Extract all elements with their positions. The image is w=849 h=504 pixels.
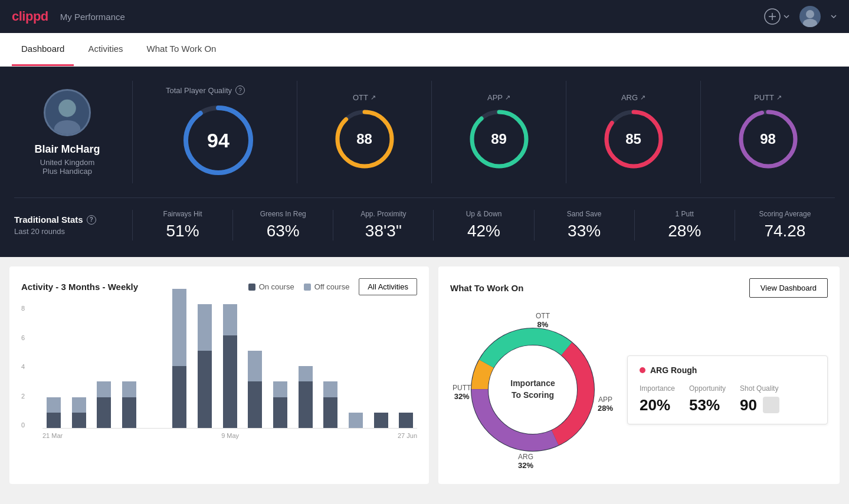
arg-gauge: 85 bbox=[601, 107, 666, 172]
off-course-bar bbox=[122, 381, 136, 397]
arg-col: ARG ↗ 85 bbox=[566, 81, 701, 183]
on-course-dot bbox=[248, 284, 255, 291]
app-gauge: 89 bbox=[467, 107, 532, 172]
view-dashboard-button[interactable]: View Dashboard bbox=[749, 278, 828, 298]
app-value: 89 bbox=[491, 131, 507, 147]
bar-group-9 bbox=[269, 381, 291, 428]
svg-point-4 bbox=[803, 19, 817, 27]
bar-group-5 bbox=[168, 289, 191, 428]
wtwo-title: What To Work On bbox=[450, 283, 523, 293]
on-course-bar bbox=[198, 351, 212, 428]
arg-stat-opportunity: Opportunity 53% bbox=[689, 384, 726, 414]
chart-legend: On course Off course bbox=[248, 282, 350, 291]
total-quality-label: Total Player Quality ? bbox=[149, 85, 245, 95]
donut-label-arg: ARG 32% bbox=[518, 453, 533, 470]
bar-group-8 bbox=[244, 351, 266, 428]
trad-label-col: Traditional Stats ? Last 20 rounds bbox=[14, 215, 132, 236]
trad-label: Traditional Stats ? bbox=[14, 215, 132, 225]
bar-group-1 bbox=[68, 397, 90, 429]
arg-stat-importance: Importance 20% bbox=[640, 384, 675, 414]
ott-value: 88 bbox=[356, 131, 372, 147]
player-country: United Kingdom bbox=[40, 158, 95, 167]
off-course-bar bbox=[97, 381, 111, 397]
activity-chart-card: Activity - 3 Months - Weekly On course O… bbox=[9, 266, 429, 484]
what-to-work-on-card: What To Work On View Dashboard bbox=[438, 266, 840, 484]
total-quality-info-icon[interactable]: ? bbox=[235, 85, 245, 95]
arg-rough-card: ARG Rough Importance 20% Opportunity 53%… bbox=[627, 355, 828, 424]
off-course-bar bbox=[349, 413, 363, 428]
tab-what-to-work-on[interactable]: What To Work On bbox=[137, 33, 226, 66]
on-course-bar bbox=[97, 397, 111, 429]
legend-off-course: Off course bbox=[304, 282, 350, 291]
svg-point-3 bbox=[806, 10, 814, 18]
stat-scoring-avg: Scoring Average 74.28 bbox=[735, 210, 835, 241]
bars-container bbox=[42, 305, 417, 429]
bottom-section: Activity - 3 Months - Weekly On course O… bbox=[0, 257, 849, 493]
trad-info-icon[interactable]: ? bbox=[87, 215, 96, 225]
player-name: Blair McHarg bbox=[34, 143, 100, 156]
donut-center-text: ImportanceTo Scoring bbox=[510, 378, 555, 401]
svg-point-6 bbox=[58, 99, 76, 117]
bar-group-0 bbox=[42, 397, 65, 429]
total-quality-value: 94 bbox=[207, 129, 230, 152]
header-right bbox=[764, 6, 837, 27]
on-course-bar bbox=[223, 335, 237, 429]
stat-app-proximity: App. Proximity 38'3" bbox=[333, 210, 434, 241]
bar-group-3 bbox=[118, 381, 140, 428]
stat-sand-save: Sand Save 33% bbox=[535, 210, 635, 241]
legend-on-course: On course bbox=[248, 282, 294, 291]
off-course-dot bbox=[304, 284, 311, 291]
ott-col: OTT ↗ 88 bbox=[297, 81, 432, 183]
tab-dashboard[interactable]: Dashboard bbox=[12, 33, 74, 66]
off-course-bar bbox=[248, 351, 262, 382]
logo-text: clippd bbox=[12, 9, 48, 24]
bar-group-14 bbox=[395, 413, 417, 428]
off-course-bar bbox=[47, 397, 61, 413]
app-col: APP ↗ 89 bbox=[432, 81, 566, 183]
on-course-bar bbox=[399, 413, 413, 428]
arg-rough-title: ARG Rough bbox=[640, 365, 815, 375]
wtwo-content: ImportanceTo Scoring OTT 8% APP 28% ARG … bbox=[450, 307, 828, 472]
app-label: APP ↗ bbox=[487, 93, 510, 102]
stat-greens-in-reg: Greens In Reg 63% bbox=[233, 210, 333, 241]
on-course-bar bbox=[47, 413, 61, 428]
trad-sublabel: Last 20 rounds bbox=[14, 227, 132, 236]
scores-row: Total Player Quality ? 94 OTT bbox=[132, 81, 835, 183]
y-axis-labels: 8 6 4 2 0 bbox=[21, 305, 28, 429]
player-info: Blair McHarg United Kingdom Plus Handica… bbox=[14, 89, 132, 176]
bar-group-11 bbox=[319, 381, 342, 428]
donut-label-ott: OTT 8% bbox=[536, 312, 550, 329]
on-course-bar bbox=[72, 413, 86, 428]
hero-top: Blair McHarg United Kingdom Plus Handica… bbox=[14, 81, 835, 183]
x-axis-labels: 21 Mar 9 May 27 Jun bbox=[42, 429, 417, 439]
hero-section: Blair McHarg United Kingdom Plus Handica… bbox=[0, 67, 849, 257]
tab-activities[interactable]: Activities bbox=[78, 33, 132, 66]
nav-tabs: Dashboard Activities What To Work On bbox=[0, 33, 849, 67]
avatar[interactable] bbox=[799, 6, 821, 27]
off-course-bar bbox=[273, 381, 287, 397]
traditional-stats: Traditional Stats ? Last 20 rounds Fairw… bbox=[14, 197, 835, 241]
arg-label: ARG ↗ bbox=[621, 93, 645, 102]
all-activities-button[interactable]: All Activities bbox=[359, 278, 417, 295]
putt-gauge: 98 bbox=[736, 107, 801, 172]
putt-col: PUTT ↗ 98 bbox=[701, 81, 835, 183]
on-course-bar bbox=[323, 397, 337, 429]
on-course-bar bbox=[299, 381, 313, 428]
on-course-bar bbox=[122, 397, 136, 429]
trad-stats-row: Fairways Hit 51% Greens In Reg 63% App. … bbox=[132, 210, 835, 241]
total-quality-gauge: 94 bbox=[180, 102, 257, 179]
arg-value: 85 bbox=[625, 131, 641, 147]
bar-group-6 bbox=[194, 304, 216, 428]
total-quality-col: Total Player Quality ? 94 bbox=[133, 81, 297, 183]
on-course-bar bbox=[273, 397, 287, 429]
add-button[interactable] bbox=[764, 8, 790, 25]
on-course-bar bbox=[248, 381, 262, 428]
bar-group-10 bbox=[294, 366, 317, 428]
chart-header: Activity - 3 Months - Weekly On course O… bbox=[21, 278, 417, 295]
app-header: clippd My Performance bbox=[0, 0, 849, 33]
off-course-bar bbox=[299, 366, 313, 381]
chart-title: Activity - 3 Months - Weekly bbox=[21, 282, 138, 292]
off-course-bar bbox=[223, 304, 237, 335]
putt-value: 98 bbox=[760, 131, 776, 147]
bar-group-2 bbox=[93, 381, 115, 428]
